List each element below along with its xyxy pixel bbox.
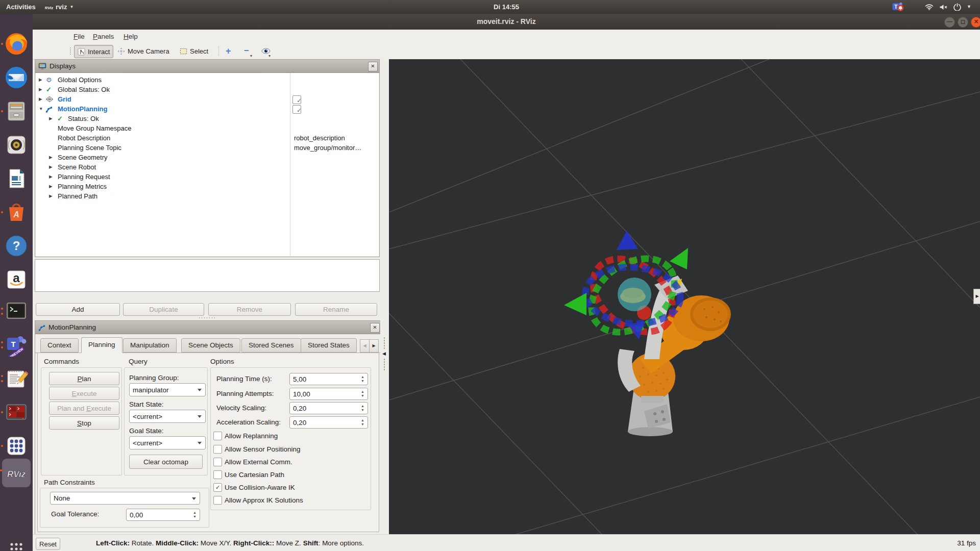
collapse-left-icon[interactable]: ◀: [382, 351, 386, 356]
toolbar-drag-handle[interactable]: [69, 47, 72, 56]
dock-icon-rviz-active[interactable]: RViz: [2, 459, 31, 487]
tree-label[interactable]: Status: Ok: [68, 114, 99, 123]
dock-icon-teams[interactable]: TPREVIEW: [5, 333, 28, 357]
wifi-icon[interactable]: [925, 4, 934, 11]
acceleration-scaling-input[interactable]: 0,20▲▼: [289, 416, 368, 429]
allow-approx-ik-checkbox[interactable]: [213, 496, 222, 505]
menu-file[interactable]: File: [70, 30, 88, 43]
teams-notification-icon[interactable]: T: [892, 2, 904, 12]
tree-row[interactable]: ▶ Scene Robot: [36, 162, 379, 172]
expand-arrow[interactable]: ▶: [39, 75, 42, 85]
views-tool-button[interactable]: [258, 45, 274, 57]
center-sphere[interactable]: [618, 278, 651, 311]
rename-display-button[interactable]: Rename: [295, 303, 377, 316]
show-applications-button[interactable]: [5, 537, 28, 551]
tree-label[interactable]: Planning Request: [58, 172, 110, 182]
tab-scroll-right-icon[interactable]: ▶: [369, 339, 379, 353]
tree-label[interactable]: Planned Path: [58, 191, 97, 201]
allow-external-comm-label[interactable]: Allow External Comm.: [225, 458, 292, 466]
collapse-right-handle[interactable]: ▶: [973, 289, 980, 304]
remove-tool-caret-icon[interactable]: ▾: [250, 54, 252, 58]
spinner-arrows[interactable]: ▲▼: [359, 389, 366, 399]
grid-enabled-checkbox[interactable]: ✓: [292, 95, 301, 104]
planning-time-input[interactable]: 5,00▲▼: [289, 373, 368, 385]
planning-attempts-input[interactable]: 10,00▲▼: [289, 388, 368, 400]
tree-label[interactable]: MotionPlanning: [58, 104, 107, 114]
tree-row[interactable]: ▶ Planned Path: [36, 191, 379, 201]
dock-icon-firefox[interactable]: [5, 32, 28, 56]
clear-octomap-button[interactable]: Clear octomap: [129, 455, 203, 469]
spinner-arrows[interactable]: ▲▼: [191, 510, 199, 520]
motionplanning-enabled-checkbox[interactable]: ✓: [292, 105, 301, 114]
tree-row[interactable]: ▶ Scene Geometry: [36, 153, 379, 162]
minimize-button[interactable]: —: [944, 17, 955, 28]
velocity-scaling-input[interactable]: 0,20▲▼: [289, 402, 368, 414]
expand-arrow[interactable]: ▶: [49, 153, 53, 162]
add-tool-button[interactable]: +: [223, 45, 234, 57]
use-cartesian-path-checkbox[interactable]: [213, 470, 222, 479]
dock-icon-red-terminal[interactable]: [5, 400, 28, 424]
tree-label[interactable]: Scene Robot: [58, 162, 96, 172]
tree-value[interactable]: move_group/monitor…: [294, 143, 361, 153]
collapse-arrow[interactable]: ▼: [39, 104, 43, 114]
dock-icon-thunderbird[interactable]: [5, 66, 28, 89]
dock-icon-ubuntu-software[interactable]: A: [5, 201, 28, 224]
tree-row[interactable]: ▼ MotionPlanning ✓: [36, 104, 379, 114]
displays-close-icon[interactable]: ✕: [368, 62, 378, 71]
motionplanning-panel-header[interactable]: MotionPlanning: [35, 321, 381, 334]
allow-approx-ik-label[interactable]: Allow Approx IK Solutions: [225, 496, 303, 505]
tab-scroll-left-icon[interactable]: ◀: [360, 339, 370, 353]
expand-arrow[interactable]: ▶: [49, 114, 53, 123]
dock-icon-help[interactable]: ?: [5, 234, 28, 258]
displays-panel-header[interactable]: Displays: [35, 60, 379, 73]
allow-replanning-label[interactable]: Allow Replanning: [225, 432, 278, 440]
plan-button[interactable]: Plan: [49, 372, 119, 385]
allow-sensor-positioning-label[interactable]: Allow Sensor Positioning: [225, 445, 301, 454]
start-state-dropdown[interactable]: <current>: [129, 410, 206, 423]
tab-stored-scenes[interactable]: Stored Scenes: [241, 338, 301, 353]
menu-panels[interactable]: Panels: [90, 30, 117, 43]
allow-sensor-positioning-checkbox[interactable]: [213, 445, 222, 454]
spinner-arrows[interactable]: ▲▼: [359, 403, 366, 413]
tab-stored-states[interactable]: Stored States: [301, 338, 357, 353]
goal-state-dropdown[interactable]: <current>: [129, 436, 206, 449]
tree-row[interactable]: ▶ Grid ✓: [36, 94, 379, 104]
power-icon[interactable]: [953, 3, 961, 11]
volume-muted-icon[interactable]: [939, 4, 948, 10]
clock[interactable]: Di 14:55: [482, 0, 531, 14]
expand-arrow[interactable]: ▶: [49, 162, 53, 172]
allow-external-comm-checkbox[interactable]: [213, 458, 222, 466]
menu-help[interactable]: Help: [120, 30, 141, 43]
tree-row[interactable]: Planning Scene Topic move_group/monitor…: [36, 143, 379, 153]
duplicate-display-button[interactable]: Duplicate: [123, 303, 204, 316]
tree-label[interactable]: Planning Metrics: [58, 182, 107, 191]
tab-manipulation[interactable]: Manipulation: [123, 338, 177, 353]
expand-arrow[interactable]: ▶: [49, 182, 53, 191]
dock-icon-file-cabinet[interactable]: [5, 99, 28, 123]
expand-arrow[interactable]: ▶: [39, 85, 42, 94]
interact-tool-button[interactable]: Interact: [74, 45, 113, 58]
goal-tolerance-input[interactable]: 0,00▲▼: [126, 509, 200, 521]
3d-viewport[interactable]: [389, 59, 980, 534]
viewport-splitter[interactable]: ◀: [380, 59, 389, 534]
app-menu[interactable]: RViz rviz ▼: [45, 0, 74, 14]
tree-label[interactable]: Grid: [58, 94, 71, 104]
tab-context[interactable]: Context: [40, 338, 79, 353]
translate-arrow-left[interactable]: [564, 293, 586, 315]
expand-arrow[interactable]: ▶: [39, 94, 42, 104]
tree-value[interactable]: robot_description: [294, 133, 345, 143]
close-button[interactable]: ✕: [971, 17, 980, 28]
tree-label[interactable]: Global Options: [58, 75, 102, 85]
tree-row[interactable]: ▶ Planning Metrics: [36, 182, 379, 191]
dock-icon-libreoffice-writer[interactable]: [5, 167, 28, 190]
tree-label[interactable]: Planning Scene Topic: [58, 143, 121, 153]
tree-row[interactable]: ▶ Planning Request: [36, 172, 379, 182]
motionplanning-close-icon[interactable]: ✕: [370, 323, 380, 333]
tree-row[interactable]: Robot Description robot_description: [36, 133, 379, 143]
spinner-arrows[interactable]: ▲▼: [359, 417, 366, 428]
tree-label[interactable]: Robot Description: [58, 133, 110, 143]
tree-row[interactable]: ▶ ✓ Status: Ok: [36, 114, 379, 123]
tree-row[interactable]: Move Group Namespace: [36, 123, 379, 133]
use-collision-aware-ik-checkbox[interactable]: ✓: [213, 483, 222, 492]
tree-row[interactable]: ▶ ⚙ Global Options: [36, 75, 379, 85]
